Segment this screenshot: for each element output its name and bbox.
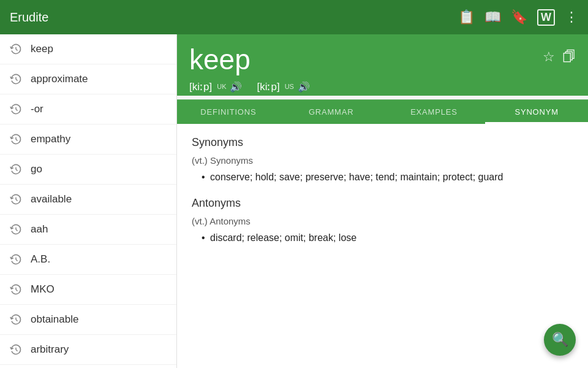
book-icon[interactable]: 📖 [484,9,501,25]
antonyms-pos: (vt.) Antonyms [192,216,573,226]
app-title: Erudite [10,10,458,25]
sidebar-item-ab[interactable]: A.B. [0,245,176,275]
sidebar-item-arbitrary[interactable]: arbitrary [0,335,176,365]
tab-examples[interactable]: EXAMPLES [383,100,486,124]
pronunciation-us: [kiːp] US 🔊 [257,80,309,93]
history-icon [10,73,22,85]
search-icon: 🔍 [552,332,568,348]
tabs: DEFINITIONS GRAMMAR EXAMPLES SYNONYM [177,99,588,124]
bookmark-icon[interactable]: 🔖 [511,9,527,25]
history-icon [10,343,22,356]
pronunciations: [kiːp] UK 🔊 [kiːp] US 🔊 [189,80,576,93]
speaker-us-icon[interactable]: 🔊 [298,81,310,93]
history-icon [10,163,22,175]
main-layout: keep approximate -or empathy go [0,34,588,368]
sidebar-item-aah[interactable]: aah [0,215,176,245]
sidebar-item-available[interactable]: available [0,185,176,215]
word-title: keep [189,44,251,75]
sidebar-item-empathy[interactable]: empathy [0,125,176,155]
word-header: keep ☆ 🗍 [kiːp] UK 🔊 [kiːp] US 🔊 [177,34,588,96]
search-fab[interactable]: 🔍 [544,324,576,356]
flashcard-icon[interactable]: 📋 [458,9,475,25]
antonyms-heading: Antonyms [192,197,573,210]
history-icon [10,193,22,205]
history-icon [10,43,22,55]
history-icon [10,103,22,115]
tab-grammar[interactable]: GRAMMAR [280,100,383,124]
pronunciation-uk-text: [kiːp] [189,80,212,93]
sidebar-item-or[interactable]: -or [0,94,176,125]
history-icon [10,133,22,145]
us-locale: US [285,83,294,90]
top-bar: Erudite 📋 📖 🔖 W ⋮ [0,0,588,34]
pronunciation-uk: [kiːp] UK 🔊 [189,80,242,93]
synonyms-section: Synonyms (vt.) Synonyms conserve; hold; … [192,136,573,185]
history-icon [10,223,22,236]
tab-definitions[interactable]: DEFINITIONS [177,100,280,124]
pronunciation-us-text: [kiːp] [257,80,279,93]
more-options-icon[interactable]: ⋮ [565,9,578,25]
word-actions: ☆ 🗍 [543,49,576,65]
history-icon [10,253,22,266]
synonyms-pos: (vt.) Synonyms [192,155,573,166]
sidebar-item-go[interactable]: go [0,155,176,185]
definition-content: Synonyms (vt.) Synonyms conserve; hold; … [177,124,588,368]
star-icon[interactable]: ☆ [543,49,555,65]
sidebar-item-mko[interactable]: MKO [0,275,176,305]
topbar-actions: 📋 📖 🔖 W ⋮ [458,9,578,26]
uk-locale: UK [217,83,226,90]
synonyms-heading: Synonyms [192,136,573,149]
history-icon [10,283,22,296]
copy-icon[interactable]: 🗍 [562,49,576,65]
sidebar: keep approximate -or empathy go [0,34,177,368]
content-area: keep ☆ 🗍 [kiːp] UK 🔊 [kiːp] US 🔊 [177,34,588,368]
antonyms-section: Antonyms (vt.) Antonyms discard; release… [192,197,573,246]
history-icon [10,313,22,326]
tab-synonym[interactable]: SYNONYM [485,100,588,124]
sidebar-item-obtainable[interactable]: obtainable [0,305,176,335]
speaker-uk-icon[interactable]: 🔊 [230,81,242,93]
sidebar-item-keep[interactable]: keep [0,34,176,64]
word-icon[interactable]: W [537,9,555,26]
antonyms-list: discard; release; omit; break; lose [202,230,573,246]
sidebar-item-approximate[interactable]: approximate [0,64,176,94]
synonyms-list: conserve; hold; save; preserve; have; te… [202,169,573,185]
